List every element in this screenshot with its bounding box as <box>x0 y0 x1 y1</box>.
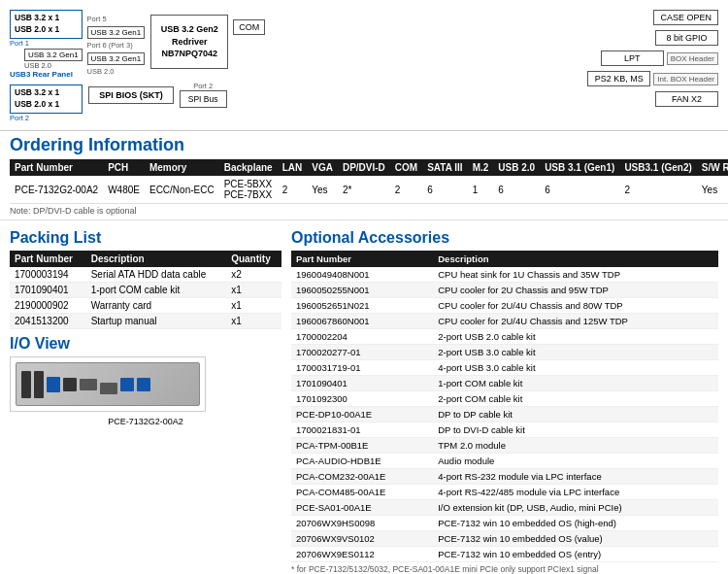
acc-row: 1700021831-01DP to DVI-D cable kit <box>291 422 718 438</box>
port-2-label: Port 2 <box>10 114 83 121</box>
acc-row: PCA-COM232-00A1E4-port RS-232 module via… <box>291 469 718 485</box>
port2-label: Port 2 <box>193 82 213 90</box>
lpt-box: LPT <box>601 51 664 66</box>
pack-cell-1: Warranty card <box>86 298 226 314</box>
pack-header-row: Part Number Description Quantity <box>10 251 281 267</box>
acc-cell-1: CPU cooler for 2U/4U Chassis and 125W TD… <box>433 314 718 329</box>
cell-part-number: PCE-7132G2-00A2 <box>10 176 103 204</box>
acc-cell-0: 1960049408N001 <box>291 267 433 283</box>
acc-col-desc: Description <box>433 251 718 267</box>
packing-title: Packing List <box>10 229 281 247</box>
acc-cell-1: CPU cooler for 2U/4U Chassis and 80W TDP <box>433 298 718 314</box>
usb-sublabel-1: USB 2.0 <box>24 61 83 70</box>
acc-row: 17000022042-port USB 2.0 cable kit <box>291 329 718 345</box>
acc-cell-1: DP to DP cable kit <box>433 407 718 422</box>
acc-cell-0: 1700031719-01 <box>291 360 433 376</box>
spi-bus: SPI Bus <box>180 90 227 108</box>
acc-row: 1960052651N021CPU cooler for 2U/4U Chass… <box>291 298 718 314</box>
acc-header-row: Part Number Description <box>291 251 718 267</box>
pack-row: 2041513200Startup manualx1 <box>10 314 281 329</box>
pack-cell-2: x1 <box>226 298 281 314</box>
acc-cell-0: 1700020277-01 <box>291 345 433 360</box>
cell-usb31-gen2: 2 <box>619 176 696 204</box>
lpt-row: LPT BOX Header <box>563 51 718 66</box>
acc-cell-0: 1701092300 <box>291 391 433 407</box>
pack-col-qty: Quantity <box>226 251 281 267</box>
port-serial2 <box>100 383 117 394</box>
usb20-sublabel: USB 2.0 <box>87 67 146 76</box>
acc-cell-1: PCE-7132 win 10 embedded OS (high-end) <box>433 516 718 531</box>
fan-row: FAN X2 <box>563 91 718 107</box>
accessories-table-body: 1960049408N001CPU heat sink for 1U Chass… <box>291 267 718 562</box>
pack-cell-2: x1 <box>226 314 281 329</box>
port-usb2 <box>120 378 134 391</box>
acc-cell-1: 1-port COM cable kit <box>433 376 718 391</box>
fan-box: FAN X2 <box>655 91 718 107</box>
usb-group-2: USB 3.2 x 1USB 2.0 x 1 Port 2 USB 3.2 Ge… <box>10 84 83 121</box>
pack-cell-2: x2 <box>226 267 281 283</box>
acc-cell-1: DP to DVI-D cable kit <box>433 422 718 438</box>
bottom-left: Packing List Part Number Description Qua… <box>10 225 281 574</box>
pack-cell-0: 1701090401 <box>10 283 86 298</box>
ordering-title: Ordering Information <box>10 135 718 155</box>
bottom-section: Packing List Part Number Description Qua… <box>0 220 728 574</box>
port-usb3 <box>137 378 150 391</box>
cell-memory: ECC/Non-ECC <box>145 176 219 204</box>
col-backplane: Backplane <box>219 159 278 176</box>
cell-usb31-gen1: 6 <box>540 176 619 204</box>
cell-sw-raid: Yes <box>697 176 728 204</box>
acc-col-part: Part Number <box>291 251 433 267</box>
case-open-box: CASE OPEN <box>653 10 718 25</box>
pack-cell-1: 1-port COM cable kit <box>86 283 226 298</box>
acc-cell-0: 20706WX9ES0112 <box>291 547 433 562</box>
col-lan: LAN <box>278 159 308 176</box>
cell-backplane: PCE-5BXXPCE-7BXX <box>219 176 278 204</box>
acc-row: PCA-COM485-00A1E4-port RS-422/485 module… <box>291 485 718 500</box>
ps2-tag: Int. BOX Header <box>653 73 718 85</box>
pack-cell-2: x1 <box>226 283 281 298</box>
acc-row: 1700031719-014-port USB 3.0 cable kit <box>291 360 718 376</box>
acc-cell-0: PCE-DP10-00A1E <box>291 407 433 422</box>
col-usb31-gen2: USB3.1 (Gen2) <box>619 159 696 176</box>
lpt-tag: BOX Header <box>667 52 718 65</box>
spi-bios: SPI BIOS (SKT) <box>88 86 174 104</box>
acc-cell-1: 4-port RS-422/485 module via LPC interfa… <box>433 485 718 500</box>
pack-col-part: Part Number <box>10 251 86 267</box>
acc-cell-1: I/O extension kit (DP, USB, Audio, mini … <box>433 500 718 516</box>
usb-gen1-box-1: USB 3.2 Gen1 <box>24 49 83 61</box>
packing-table-body: 1700003194Serial ATA HDD data cablex2170… <box>10 267 281 329</box>
ordering-header-row: Part Number PCH Memory Backplane LAN VGA… <box>10 159 728 176</box>
col-vga: VGA <box>307 159 338 176</box>
accessories-note: * for PCE-7132/5132/5032, PCE-SA01-00A1E… <box>291 564 718 574</box>
usb-group-1: USB 3.2 x 1USB 2.0 x 1 Port 1 USB 3.2 Ge… <box>10 10 83 79</box>
acc-row: PCE-DP10-00A1EDP to DP cable kit <box>291 407 718 422</box>
cell-lan: 2 <box>278 176 308 204</box>
cell-usb20: 6 <box>493 176 540 204</box>
accessories-table: Part Number Description 1960049408N001CP… <box>291 251 718 562</box>
io-image-container <box>10 356 281 415</box>
ps2-box: PS2 KB, MS <box>587 71 650 86</box>
usb-left-group: USB 3.2 x 1USB 2.0 x 1 Port 1 USB 3.2 Ge… <box>10 10 83 121</box>
ps2-row: PS2 KB, MS Int. BOX Header <box>563 71 718 86</box>
ordering-table: Part Number PCH Memory Backplane LAN VGA… <box>10 159 728 204</box>
acc-cell-1: 2-port USB 2.0 cable kit <box>433 329 718 345</box>
io-card-visual <box>16 362 200 406</box>
packing-table: Part Number Description Quantity 1700003… <box>10 251 281 329</box>
pack-cell-0: 2041513200 <box>10 314 86 329</box>
port-dp2 <box>34 371 44 398</box>
pack-cell-1: Serial ATA HDD data cable <box>86 267 226 283</box>
acc-cell-1: 4-port USB 3.0 cable kit <box>433 360 718 376</box>
cell-pch: W480E <box>103 176 145 204</box>
acc-cell-0: 1960052651N021 <box>291 298 433 314</box>
col-usb20: USB 2.0 <box>493 159 540 176</box>
col-usb31-gen1: USB 3.1 (Gen1) <box>540 159 619 176</box>
acc-row: PCA-AUDIO-HDB1EAudio module <box>291 454 718 469</box>
acc-cell-0: 1960067860N001 <box>291 314 433 329</box>
cell-sata: 6 <box>422 176 467 204</box>
acc-cell-1: CPU cooler for 2U Chassis and 95W TDP <box>433 283 718 298</box>
center-chip-area: Port 5 USB 3.2 Gen1 Port 6 (Port 3) USB … <box>87 15 229 108</box>
com-area: COM <box>233 19 265 35</box>
acc-row: PCA-TPM-00B1ETPM 2.0 module <box>291 438 718 454</box>
acc-cell-0: PCE-SA01-00A1E <box>291 500 433 516</box>
diagram-section: USB 3.2 x 1USB 2.0 x 1 Port 1 USB 3.2 Ge… <box>0 0 728 131</box>
